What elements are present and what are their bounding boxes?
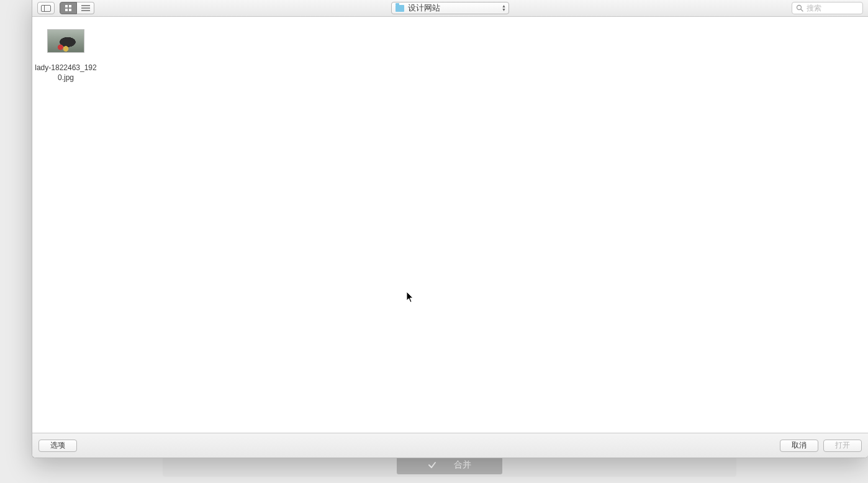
svg-rect-0 bbox=[42, 5, 51, 11]
sidebar-toggle-button[interactable] bbox=[37, 2, 55, 14]
check-icon bbox=[428, 461, 436, 469]
merge-label: 合并 bbox=[454, 459, 471, 471]
file-name-label: lady-1822463_1920.jpg bbox=[35, 56, 97, 83]
svg-rect-5 bbox=[69, 9, 71, 11]
cancel-button[interactable]: 取消 bbox=[780, 440, 818, 452]
svg-rect-3 bbox=[69, 5, 71, 7]
folder-name: 设计网站 bbox=[408, 2, 440, 14]
svg-rect-2 bbox=[65, 5, 68, 7]
file-open-dialog: 设计网站 ▲▼ lady-1822463_1920.jpg 选项 bbox=[32, 0, 868, 458]
folder-location-popup[interactable]: 设计网站 ▲▼ bbox=[391, 2, 509, 14]
updown-icon: ▲▼ bbox=[502, 2, 506, 14]
dialog-footer: 选项 取消 打开 bbox=[32, 433, 868, 458]
open-button[interactable]: 打开 bbox=[823, 440, 862, 452]
sidebar-toggle-group bbox=[37, 2, 55, 14]
dialog-toolbar: 设计网站 ▲▼ bbox=[32, 0, 868, 17]
icon-view-button[interactable] bbox=[60, 2, 77, 14]
svg-point-9 bbox=[797, 6, 802, 10]
options-button[interactable]: 选项 bbox=[38, 440, 77, 452]
file-browser-area[interactable]: lady-1822463_1920.jpg bbox=[32, 17, 868, 433]
search-icon bbox=[796, 4, 803, 12]
list-view-button[interactable] bbox=[77, 2, 94, 14]
sidebar-icon bbox=[41, 5, 51, 12]
search-field-wrap bbox=[792, 2, 863, 14]
search-input[interactable] bbox=[807, 4, 859, 12]
grid-icon bbox=[65, 4, 72, 12]
svg-line-10 bbox=[801, 9, 803, 11]
svg-rect-4 bbox=[65, 9, 68, 11]
view-mode-group bbox=[60, 2, 94, 14]
file-thumbnail bbox=[47, 29, 84, 53]
file-item[interactable]: lady-1822463_1920.jpg bbox=[35, 29, 97, 83]
folder-icon bbox=[396, 5, 404, 12]
search-field[interactable] bbox=[792, 2, 863, 14]
list-icon bbox=[81, 5, 90, 11]
